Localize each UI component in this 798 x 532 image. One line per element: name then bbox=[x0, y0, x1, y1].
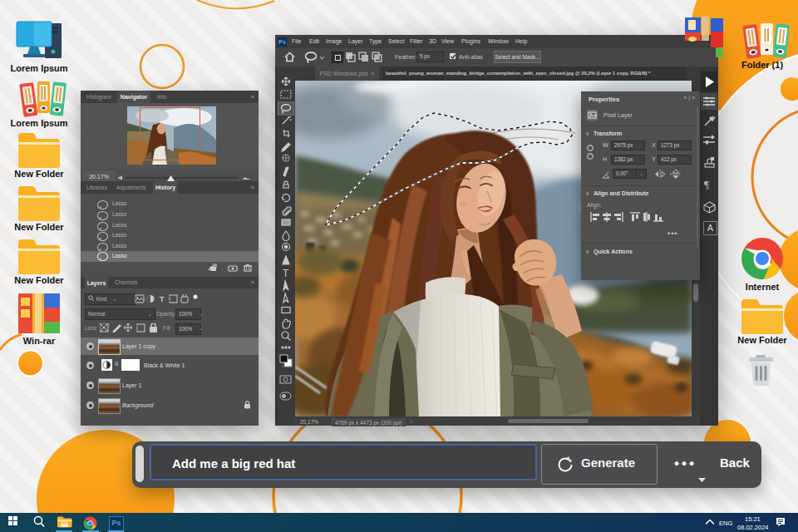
svg-text:¶: ¶ bbox=[704, 178, 709, 190]
svg-text:T: T bbox=[283, 268, 289, 279]
svg-text:T: T bbox=[160, 295, 165, 303]
